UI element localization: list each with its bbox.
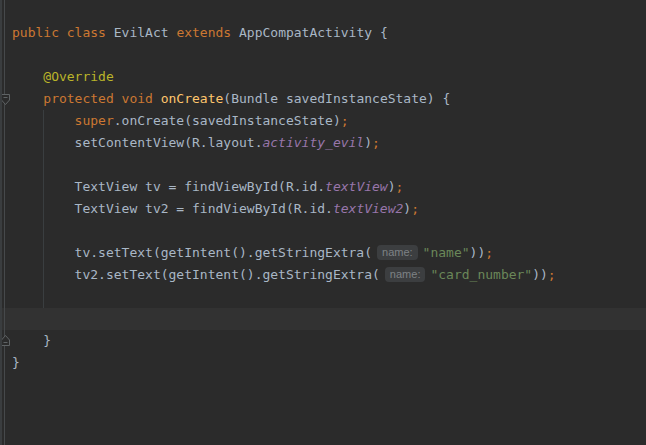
code-line-11[interactable]: tv.setText(getIntent().getStringExtra(na… xyxy=(12,242,556,264)
code-token-default: (Bundle savedInstanceState) { xyxy=(223,91,450,106)
code-token-method: onCreate xyxy=(161,91,224,106)
code-token-default: } xyxy=(12,355,20,370)
code-line-2[interactable] xyxy=(12,44,556,66)
code-token-default: )) xyxy=(532,267,548,282)
code-line-3[interactable]: @Override xyxy=(12,66,556,88)
code-token-default: ) xyxy=(364,135,372,150)
parameter-hint-badge[interactable]: name: xyxy=(385,267,426,282)
code-token-default: tv.setText(getIntent().getStringExtra( xyxy=(12,245,372,260)
code-token-semicolon: ; xyxy=(411,201,419,216)
code-token-default: ) xyxy=(403,201,411,216)
code-line-1[interactable]: public class EvilAct extends AppCompatAc… xyxy=(12,22,556,44)
code-token-keyword: public class xyxy=(12,25,114,40)
code-token-semicolon: ; xyxy=(372,135,380,150)
code-token-default: ) xyxy=(388,179,396,194)
code-token-field: textView2 xyxy=(333,201,403,216)
code-token-default: } xyxy=(12,333,51,348)
window-edge xyxy=(0,0,2,445)
code-line-12[interactable]: tv2.setText(getIntent().getStringExtra(n… xyxy=(12,264,556,286)
parameter-hint-badge[interactable]: name: xyxy=(377,245,418,260)
code-line-15[interactable]: } xyxy=(12,330,556,352)
code-token-default: AppCompatActivity { xyxy=(239,25,388,40)
code-line-7[interactable] xyxy=(12,154,556,176)
code-token-default: setContentView(R.layout. xyxy=(12,135,262,150)
code-line-16[interactable]: } xyxy=(12,352,556,374)
code-token-keyword: protected void xyxy=(12,91,161,106)
code-token-annotation: @Override xyxy=(12,69,114,84)
code-line-5[interactable]: super.onCreate(savedInstanceState); xyxy=(12,110,556,132)
code-line-9[interactable]: TextView tv2 = findViewById(R.id.textVie… xyxy=(12,198,556,220)
code-line-14[interactable] xyxy=(12,308,556,330)
code-token-default: TextView tv = findViewById(R.id. xyxy=(12,179,325,194)
code-token-default: EvilAct xyxy=(114,25,177,40)
code-token-string: "card_number" xyxy=(430,267,532,282)
code-token-semicolon: ; xyxy=(485,245,493,260)
code-token-field: activity_evil xyxy=(262,135,364,150)
code-token-semicolon: ; xyxy=(341,113,349,128)
code-area[interactable]: public class EvilAct extends AppCompatAc… xyxy=(0,0,556,374)
code-line-4[interactable]: protected void onCreate(Bundle savedInst… xyxy=(12,88,556,110)
code-line-6[interactable]: setContentView(R.layout.activity_evil); xyxy=(12,132,556,154)
code-token-default: TextView tv2 = findViewById(R.id. xyxy=(12,201,333,216)
code-token-semicolon: ; xyxy=(548,267,556,282)
code-line-10[interactable] xyxy=(12,220,556,242)
code-line-8[interactable]: TextView tv = findViewById(R.id.textView… xyxy=(12,176,556,198)
code-token-string: "name" xyxy=(423,245,470,260)
code-token-default: .onCreate(savedInstanceState) xyxy=(114,113,341,128)
intellij-code-editor[interactable]: public class EvilAct extends AppCompatAc… xyxy=(0,0,646,445)
code-line-13[interactable] xyxy=(12,286,556,308)
code-token-semicolon: ; xyxy=(396,179,404,194)
code-token-default: )) xyxy=(470,245,486,260)
code-token-keyword: super xyxy=(12,113,114,128)
code-token-default: tv2.setText(getIntent().getStringExtra( xyxy=(12,267,380,282)
code-token-keyword: extends xyxy=(176,25,239,40)
code-token-field: textView xyxy=(325,179,388,194)
